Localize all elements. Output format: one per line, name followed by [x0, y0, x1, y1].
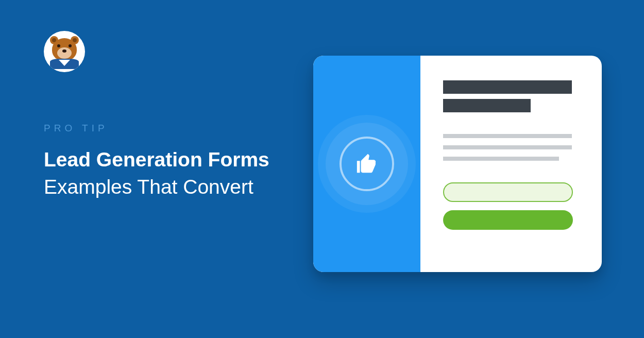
card-left-panel: [313, 56, 420, 272]
form-input-placeholder: [443, 182, 573, 202]
bear-mascot-icon: [49, 36, 80, 67]
title-line-2: Examples That Convert: [44, 176, 253, 198]
thumbs-up-icon: [355, 152, 379, 176]
form-text-line: [443, 157, 559, 161]
headline-block: PRO TIP Lead Generation Forms Examples T…: [44, 123, 269, 200]
form-subheading-placeholder: [443, 99, 531, 112]
form-text-line: [443, 134, 572, 138]
brand-logo: [44, 31, 85, 72]
card-right-panel: [420, 56, 602, 272]
eyebrow-label: PRO TIP: [44, 123, 269, 134]
main-title: Lead Generation Forms Examples That Conv…: [44, 146, 269, 200]
title-line-1: Lead Generation Forms: [44, 148, 269, 171]
thumb-circle: [340, 137, 394, 191]
form-heading-placeholder: [443, 80, 572, 94]
form-text-line: [443, 145, 572, 149]
form-illustration-card: [313, 56, 602, 272]
form-submit-placeholder: [443, 210, 573, 230]
